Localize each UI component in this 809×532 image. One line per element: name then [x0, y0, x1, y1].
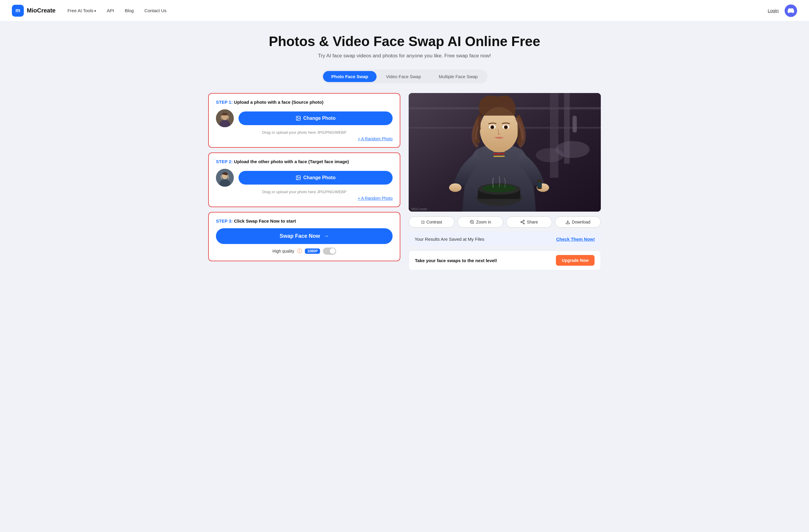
nav-links: Free AI Tools API Blog Contact Us [68, 8, 768, 13]
zoom-in-icon [470, 220, 475, 225]
svg-rect-21 [494, 153, 505, 155]
upgrade-banner: Take your face swaps to the next level! … [409, 251, 601, 270]
step2-drag-hint: Drag or upload your photo here JPG/PNG/W… [216, 190, 393, 194]
steps-column: STEP 1: Upload a photo with a face (Sour… [208, 93, 400, 261]
step3-num: STEP 3: [216, 218, 233, 224]
share-icon [520, 220, 525, 225]
step1-card: STEP 1: Upload a photo with a face (Sour… [208, 93, 400, 148]
step2-card: STEP 2: Upload the other photo with a fa… [208, 153, 400, 207]
main-content: Photos & Video Face Swap AI Online Free … [202, 21, 607, 282]
preview-column: MioCreate ⊡ Contrast Zoom in [409, 93, 601, 270]
hero-title: Photos & Video Face Swap AI Online Free [208, 33, 601, 49]
tab-group: Photo Face Swap Video Face Swap Multiple… [322, 70, 487, 84]
preview-image-box: MioCreate [409, 93, 601, 212]
svg-rect-22 [494, 156, 505, 157]
tab-multiple-face-swap[interactable]: Multiple Face Swap [430, 71, 486, 82]
step1-random-link[interactable]: + A Random Photo [216, 137, 393, 141]
tabs-container: Photo Face Swap Video Face Swap Multiple… [208, 70, 601, 84]
saved-files-banner: Your Results Are Saved at My Files Check… [409, 232, 601, 246]
navbar: m MioCreate Free AI Tools API Blog Conta… [0, 0, 809, 21]
hero-section: Photos & Video Face Swap AI Online Free … [208, 33, 601, 59]
quality-badge: 1080P [305, 248, 320, 254]
svg-point-23 [449, 183, 462, 192]
nav-right: Login [768, 4, 797, 17]
svg-rect-38 [538, 179, 541, 182]
upgrade-text: Take your face swaps to the next level! [415, 258, 497, 263]
svg-point-32 [505, 126, 507, 128]
svg-rect-16 [572, 116, 577, 132]
svg-point-43 [521, 221, 522, 223]
quality-toggle[interactable] [323, 248, 336, 255]
step1-num: STEP 1: [216, 100, 233, 105]
step2-num: STEP 2: [216, 159, 233, 164]
step3-card: STEP 3: Click Swap Face Now to start Swa… [208, 212, 400, 261]
upgrade-now-button[interactable]: Upgrade Now [556, 255, 595, 266]
svg-point-42 [523, 220, 524, 221]
nav-blog[interactable]: Blog [125, 8, 134, 13]
quality-row: High quality ⓘ 1080P [216, 248, 393, 255]
svg-point-18 [536, 148, 564, 162]
contrast-button[interactable]: ⊡ Contrast [409, 216, 454, 228]
step3-label: STEP 3: Click Swap Face Now to start [216, 218, 393, 224]
step1-label: STEP 1: Upload a photo with a face (Sour… [216, 100, 393, 105]
step2-desc: Upload the other photo with a face (Targ… [234, 159, 349, 164]
step1-desc: Upload a photo with a face (Source photo… [234, 100, 324, 105]
nav-contact-us[interactable]: Contact Us [144, 8, 167, 13]
nav-free-ai-tools[interactable]: Free AI Tools [68, 8, 97, 13]
content-grid: STEP 1: Upload a photo with a face (Sour… [208, 93, 601, 270]
step3-desc: Click Swap Face Now to start [234, 218, 296, 224]
svg-point-31 [491, 126, 494, 128]
info-icon: ⓘ [297, 248, 302, 254]
quality-label: High quality [273, 249, 294, 253]
toggle-knob [330, 248, 335, 254]
step1-drag-hint: Drag or upload your photo here JPG/PNG/W… [216, 130, 393, 135]
svg-rect-39 [537, 182, 541, 188]
step1-avatar [216, 109, 234, 127]
check-now-link[interactable]: Check Them Now! [556, 236, 595, 242]
step2-change-photo-button[interactable]: Change Photo [239, 171, 393, 184]
step2-avatar [216, 169, 234, 187]
logo-text: MioCreate [27, 7, 56, 14]
logo-icon: m [12, 5, 24, 17]
svg-text:MioCreate: MioCreate [412, 207, 427, 211]
step2-label: STEP 2: Upload the other photo with a fa… [216, 159, 393, 164]
step1-upload-area: Change Photo [216, 109, 393, 127]
swap-face-now-button[interactable]: Swap Face Now → [216, 228, 393, 244]
step1-change-photo-button[interactable]: Change Photo [239, 111, 393, 125]
nav-api[interactable]: API [107, 8, 114, 13]
step2-upload-area: Change Photo [216, 169, 393, 187]
contrast-icon: ⊡ [421, 220, 425, 225]
hero-subtitle: Try AI face swap videos and photos for a… [208, 53, 601, 59]
svg-point-9 [297, 177, 298, 177]
step2-random-link[interactable]: + A Random Photo [216, 196, 393, 201]
share-button[interactable]: Share [506, 216, 552, 228]
login-button[interactable]: Login [768, 8, 779, 13]
svg-point-4 [297, 117, 298, 118]
tab-photo-face-swap[interactable]: Photo Face Swap [323, 71, 377, 82]
action-buttons: ⊡ Contrast Zoom in Share [409, 216, 601, 228]
download-icon [565, 220, 570, 225]
discord-icon[interactable] [785, 4, 797, 17]
tab-video-face-swap[interactable]: Video Face Swap [378, 71, 429, 82]
svg-point-44 [523, 223, 524, 224]
logo[interactable]: m MioCreate [12, 5, 56, 17]
svg-rect-14 [550, 93, 558, 178]
download-button[interactable]: Download [555, 216, 601, 228]
saved-banner-text: Your Results Are Saved at My Files [415, 236, 484, 242]
zoom-in-button[interactable]: Zoom in [458, 216, 503, 228]
